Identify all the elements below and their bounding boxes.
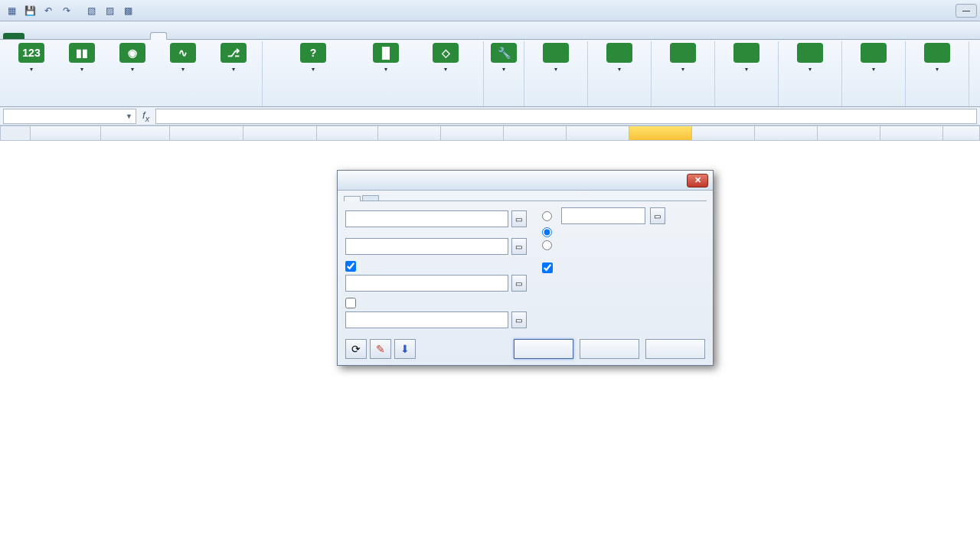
upper-ref-button[interactable]: ▭ — [511, 311, 527, 328]
tab-general[interactable] — [344, 196, 361, 201]
x-input[interactable] — [345, 210, 508, 227]
minimize-button[interactable]: — — [956, 4, 977, 18]
qat-icon-3[interactable]: ▩ — [119, 3, 136, 18]
qat-icon-2[interactable]: ▨ — [101, 3, 118, 18]
fx-icon[interactable]: fx — [142, 109, 149, 123]
visualizing-data-button[interactable]: ◉ ▾ — [109, 41, 156, 73]
range-input[interactable] — [561, 207, 645, 224]
preparing-icon: 123 — [18, 43, 44, 63]
upper-bound-input[interactable] — [345, 311, 508, 328]
tab-page-layout[interactable] — [58, 33, 74, 39]
ok-button[interactable] — [514, 339, 573, 359]
cancel-button[interactable] — [580, 339, 639, 359]
tab-view[interactable] — [119, 33, 135, 39]
correlation-tests-button[interactable]: ? ▾ — [267, 41, 359, 73]
reset-button[interactable]: ⟳ — [345, 339, 367, 359]
dialog-tabs — [344, 195, 707, 201]
chevron-down-icon[interactable]: ▼ — [126, 112, 132, 120]
col-C[interactable] — [170, 126, 243, 141]
formula-bar[interactable] — [155, 109, 977, 124]
tab-insert[interactable] — [43, 33, 58, 39]
col-A[interactable] — [31, 126, 101, 141]
xlstat-time-button[interactable]: ▾ — [593, 41, 646, 73]
preparing-data-button[interactable]: 123 ▾ — [8, 41, 55, 73]
col-B[interactable] — [101, 126, 170, 141]
wrench-icon: 🔧 — [491, 43, 517, 63]
col-J[interactable] — [629, 126, 692, 141]
file-tab[interactable] — [3, 33, 24, 39]
xlstat-sim-button[interactable]: ▾ — [656, 41, 710, 73]
tab-charts[interactable] — [362, 195, 379, 201]
ribbon-group-xlstat-p2: ▾ — [906, 41, 969, 106]
parametric-tests-button[interactable]: ▐▌ ▾ — [362, 41, 410, 73]
xlstat-power-button[interactable]: ▾ — [720, 41, 773, 73]
time-icon — [606, 43, 632, 63]
sheet-radio[interactable] — [542, 227, 552, 237]
power-icon — [733, 43, 760, 63]
analyzing-icon: ∿ — [170, 43, 196, 63]
col-K[interactable] — [692, 126, 755, 141]
modeling-data-button[interactable]: ⎇ ▾ — [210, 41, 257, 73]
upper-bound-checkbox[interactable] — [345, 298, 356, 308]
select-all-corner[interactable] — [0, 126, 31, 141]
col-D[interactable] — [243, 126, 317, 141]
life-icon — [861, 43, 887, 63]
xlstat-mx-button[interactable]: ▾ — [529, 41, 583, 73]
tab-xlstat[interactable] — [150, 32, 167, 40]
range-ref-button[interactable]: ▭ — [650, 207, 665, 224]
tab-formulas[interactable] — [74, 33, 89, 39]
workbook-radio[interactable] — [542, 240, 552, 250]
ada-icon — [924, 43, 950, 63]
range-radio[interactable] — [542, 211, 552, 221]
lower-bound-checkbox[interactable] — [345, 261, 356, 272]
redo-icon[interactable]: ↷ — [58, 3, 75, 18]
refresh-icon: ⟳ — [351, 343, 361, 355]
help-button[interactable] — [645, 339, 705, 359]
nonparametric-tests-button[interactable]: ◇ ▾ — [413, 41, 479, 73]
col-F[interactable] — [378, 126, 441, 141]
down-button[interactable]: ⬇ — [394, 339, 416, 359]
correlation-icon: ? — [300, 43, 326, 63]
save-icon[interactable]: 💾 — [21, 3, 38, 18]
y-input[interactable] — [345, 238, 508, 255]
describing-data-button[interactable]: ▮▮ ▾ — [58, 41, 106, 73]
ribbon-tabs — [0, 21, 980, 40]
parametric-icon: ▐▌ — [373, 43, 399, 63]
col-N[interactable] — [880, 126, 943, 141]
xlstat-spc-button[interactable]: ▾ — [783, 41, 837, 73]
col-H[interactable] — [504, 126, 567, 141]
xlstat-pls-button[interactable]: ▾ — [974, 41, 980, 73]
col-M[interactable] — [818, 126, 880, 141]
col-E[interactable] — [317, 126, 378, 141]
x-ref-button[interactable]: ▭ — [511, 210, 527, 227]
close-button[interactable]: ✕ — [687, 174, 708, 187]
analyzing-data-button[interactable]: ∿ ▾ — [159, 41, 207, 73]
lower-ref-button[interactable]: ▭ — [511, 275, 527, 292]
xlstat-life-button[interactable]: ▾ — [847, 41, 900, 73]
ribbon-group-xlstat-a: ▾ — [842, 41, 906, 106]
col-L[interactable] — [755, 126, 818, 141]
variable-labels-checkbox[interactable] — [542, 262, 553, 273]
col-O[interactable] — [943, 126, 980, 141]
tab-home[interactable] — [28, 33, 43, 39]
tools-button[interactable]: 🔧▾ — [488, 41, 519, 73]
ribbon-group-tools: 🔧▾ — [484, 41, 524, 106]
tab-review[interactable] — [104, 33, 119, 39]
dialog-title-bar[interactable]: ✕ — [338, 171, 713, 191]
quick-access-toolbar: ▦ 💾 ↶ ↷ ▧ ▨ ▩ — [3, 3, 136, 18]
qat-icon-1[interactable]: ▧ — [83, 3, 100, 18]
tab-data[interactable] — [89, 33, 104, 39]
ribbon-group-xlstat-s: ▾ — [715, 41, 779, 106]
col-I[interactable] — [567, 126, 629, 141]
visualizing-icon: ◉ — [119, 43, 145, 63]
name-box[interactable]: ▼ — [3, 109, 136, 124]
undo-icon[interactable]: ↶ — [40, 3, 57, 18]
excel-icon[interactable]: ▦ — [3, 3, 20, 18]
col-G[interactable] — [441, 126, 504, 141]
lower-bound-input[interactable] — [345, 275, 508, 292]
xlstat-ada-button[interactable]: ▾ — [910, 41, 964, 73]
y-ref-button[interactable]: ▭ — [511, 238, 527, 255]
ribbon-group-hypothesis: ? ▾ ▐▌ ▾ ◇ ▾ — [263, 41, 484, 106]
edit-button[interactable]: ✎ — [370, 339, 391, 359]
tab-addins[interactable] — [135, 33, 150, 39]
